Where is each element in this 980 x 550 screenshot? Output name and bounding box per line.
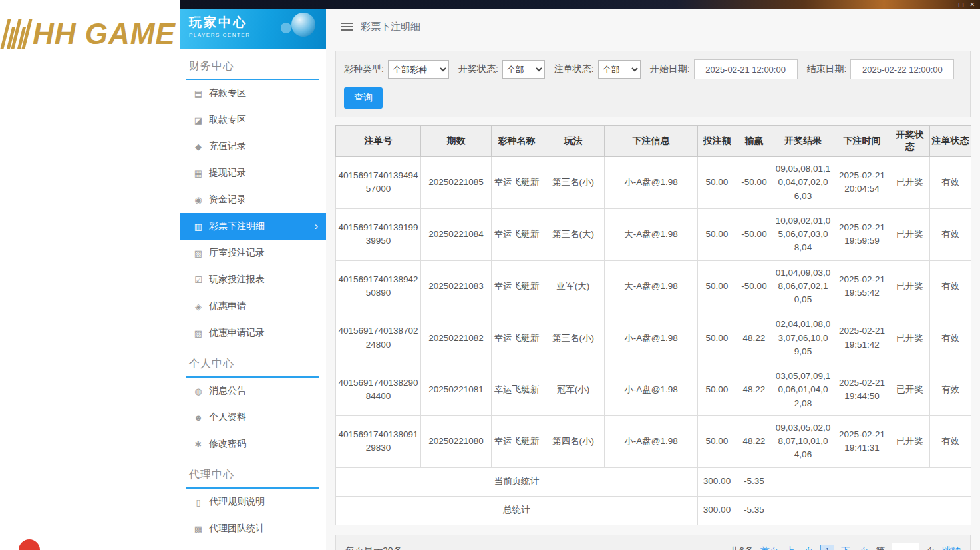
jump-suffix-label: 页 — [926, 545, 935, 550]
start-date-label: 开始日期: — [650, 63, 690, 75]
end-date-group: 结束日期: — [807, 59, 955, 79]
bell-icon: ◍ — [193, 386, 204, 396]
cell-play: 第四名(小) — [542, 415, 605, 467]
brand-panel: HH GAME — [0, 0, 180, 550]
sidebar-item-funds-records[interactable]: ◉资金记录 — [180, 186, 326, 213]
prev-page-link[interactable]: 上一页 — [786, 545, 814, 550]
sidebar-item-label: 个人资料 — [209, 412, 246, 423]
minimize-icon[interactable]: – — [949, 2, 952, 8]
cell-amount: 50.00 — [698, 415, 736, 467]
cell-draw-status: 已开奖 — [890, 415, 930, 467]
col-header: 期数 — [421, 126, 492, 157]
draw-status-select[interactable]: 全部 — [502, 60, 545, 79]
sidebar-item-label: 取款专区 — [209, 114, 246, 126]
lottery-type-label: 彩种类型: — [344, 63, 384, 75]
lottery-type-group: 彩种类型: 全部彩种 — [344, 60, 449, 79]
cell-lottery: 幸运飞艇新 — [492, 208, 542, 260]
sidebar-item-label: 代理规则说明 — [209, 496, 265, 508]
sidebar-item-label: 修改密码 — [209, 438, 246, 450]
menu-toggle-icon[interactable] — [341, 23, 353, 31]
page-topbar: 彩票下注明细 — [326, 9, 980, 44]
sidebar-item-hall-bet-records[interactable]: ▧厅室投注记录 — [180, 240, 326, 266]
cell-period: 20250221082 — [421, 312, 492, 364]
col-header: 下注信息 — [605, 126, 698, 157]
cell-bet-no: 401569174013949457000 — [336, 157, 421, 209]
doc-icon: ▯ — [193, 497, 204, 507]
sidebar-item-agent-rules[interactable]: ▯代理规则说明 — [180, 489, 326, 515]
sidebar-item-label: 代理团队统计 — [209, 523, 265, 535]
maximize-icon[interactable]: ▢ — [958, 2, 964, 8]
cell-time: 2025-02-21 19:41:31 — [834, 415, 890, 467]
end-date-input[interactable] — [850, 59, 954, 79]
bet-report-icon: ☑ — [193, 275, 204, 285]
logo-text: HH GAME — [33, 17, 176, 51]
sidebar-item-change-password[interactable]: ✱修改密码 — [180, 431, 326, 457]
sidebar-item-recharge-records[interactable]: ◆充值记录 — [180, 133, 326, 160]
col-header: 玩法 — [542, 126, 605, 157]
cell-bet-info: 大-A盘@1.98 — [605, 208, 698, 260]
table-header-row: 注单号期数彩种名称玩法下注信息投注额输赢开奖结果下注时间开奖状态注单状态 — [336, 126, 971, 157]
sidebar-item-label: 优惠申请记录 — [209, 327, 265, 339]
bet-status-select[interactable]: 全部 — [598, 60, 641, 79]
cell-amount: 50.00 — [698, 157, 736, 209]
sidebar-item-withdrawal-records[interactable]: ▦提现记录 — [180, 160, 326, 186]
sidebar-item-label: 存款专区 — [209, 87, 246, 99]
sidebar-item-label: 充值记录 — [209, 140, 246, 152]
query-button[interactable]: 查询 — [344, 87, 383, 109]
section-title: 代理中心 — [186, 468, 319, 489]
sidebar-item-lottery-bet-details[interactable]: ▥彩票下注明细› — [180, 213, 326, 240]
start-date-input[interactable] — [694, 59, 798, 79]
summary-win-loss: -5.35 — [736, 496, 772, 525]
col-header: 注单号 — [336, 126, 421, 157]
summary-amount: 300.00 — [698, 496, 736, 525]
sidebar-item-promo-apply-records[interactable]: ▨优惠申请记录 — [180, 320, 326, 346]
sidebar-item-profile[interactable]: ☻个人资料 — [180, 404, 326, 431]
jump-button[interactable]: 跳转 — [942, 545, 961, 550]
pagination-bar: 每页显示20条 共6条 首页 上一页 1 下一页 第 页 跳转 — [335, 535, 971, 550]
jump-prefix-label: 第 — [876, 545, 885, 550]
cell-result: 10,09,02,01,05,06,07,03,08,04 — [772, 208, 834, 260]
sidebar-item-message-announcements[interactable]: ◍消息公告 — [180, 378, 326, 404]
cell-amount: 50.00 — [698, 312, 736, 364]
next-page-link[interactable]: 下一页 — [841, 545, 869, 550]
current-page-badge[interactable]: 1 — [820, 545, 834, 550]
cell-bet-no: 401569174013829084400 — [336, 364, 421, 416]
cell-win-loss: -50.00 — [736, 208, 772, 260]
close-icon[interactable]: ✕ — [969, 2, 975, 8]
col-header: 输赢 — [736, 126, 772, 157]
cell-bet-no: 401569174013919939950 — [336, 208, 421, 260]
sidebar-item-label: 彩票下注明细 — [209, 220, 265, 232]
jump-page-input[interactable] — [892, 543, 919, 550]
summary-empty — [772, 496, 971, 525]
cell-time: 2025-02-21 19:51:42 — [834, 312, 890, 364]
sidebar-item-player-bet-report[interactable]: ☑玩家投注报表 — [180, 266, 326, 293]
cell-draw-status: 已开奖 — [890, 364, 930, 416]
cell-period: 20250221084 — [421, 208, 492, 260]
pagination-controls: 共6条 首页 上一页 1 下一页 第 页 跳转 — [730, 543, 961, 550]
cell-period: 20250221081 — [421, 364, 492, 416]
sidebar-item-agent-team-stats[interactable]: ▩代理团队统计 — [180, 515, 326, 542]
app-window: – ▢ ✕ 玩家中心 PLAYERS CENTER 财务中心▤存款专区◪取款专区… — [180, 0, 980, 550]
sidebar-item-withdraw-zone[interactable]: ◪取款专区 — [180, 107, 326, 133]
cell-time: 2025-02-21 19:44:50 — [834, 364, 890, 416]
first-page-link[interactable]: 首页 — [760, 545, 779, 550]
cell-draw-status: 已开奖 — [890, 260, 930, 312]
cell-win-loss: -50.00 — [736, 157, 772, 209]
cell-time: 2025-02-21 19:55:42 — [834, 260, 890, 312]
lottery-type-select[interactable]: 全部彩种 — [388, 60, 449, 79]
total-count-text: 共6条 — [730, 545, 754, 550]
promo-record-icon: ▨ — [193, 328, 204, 338]
sidebar-item-promo-apply[interactable]: ◈优惠申请 — [180, 293, 326, 320]
sidebar-item-deposit-zone[interactable]: ▤存款专区 — [180, 80, 326, 107]
draw-status-label: 开奖状态: — [458, 63, 498, 75]
summary-win-loss: -5.35 — [736, 467, 772, 496]
cell-bet-status: 有效 — [930, 364, 971, 416]
cell-result: 09,03,05,02,08,07,10,01,04,06 — [772, 415, 834, 467]
cell-period: 20250221085 — [421, 157, 492, 209]
cell-result: 01,04,09,03,08,06,07,02,10,05 — [772, 260, 834, 312]
page-title: 彩票下注明细 — [361, 21, 420, 33]
cell-bet-info: 小-A盘@1.98 — [605, 415, 698, 467]
col-header: 投注额 — [698, 126, 736, 157]
draw-status-group: 开奖状态: 全部 — [458, 60, 545, 79]
user-icon: ☻ — [193, 413, 204, 423]
